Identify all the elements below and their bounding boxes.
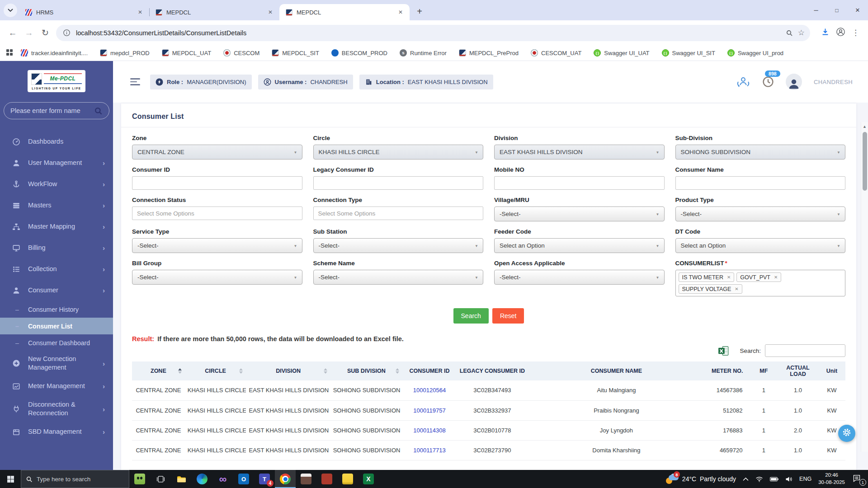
selected-tag[interactable]: IS TWO METER✕	[679, 272, 735, 282]
scrollbar-thumb[interactable]	[863, 132, 867, 191]
close-icon[interactable]: ✕	[735, 286, 738, 291]
bookmark-tracker-ideainfinityit-[interactable]: tracker.ideainfinityit....	[21, 49, 88, 56]
task-view-icon[interactable]	[150, 470, 171, 488]
sub-division-select[interactable]: SOHIONG SUBDIVISION▼	[675, 145, 846, 160]
close-icon[interactable]: ✕	[727, 275, 731, 280]
tab-close-icon[interactable]: ✕	[396, 8, 405, 17]
sort-icon[interactable]	[324, 368, 327, 374]
sidebar-item-billing[interactable]: Billing›	[0, 237, 113, 258]
reload-button[interactable]: ↻	[37, 25, 53, 41]
bookmark-cescom-uat[interactable]: CESCOM_UAT	[531, 49, 581, 56]
visual-studio-icon[interactable]: ∞	[212, 470, 233, 488]
selected-tag[interactable]: SUPPLY VOLTAGE✕	[679, 284, 742, 294]
maximize-button[interactable]: □	[826, 0, 847, 20]
action-center-icon[interactable]: 1	[852, 474, 863, 484]
legacy-consumer-id-input[interactable]	[313, 176, 484, 190]
column-header-circle[interactable]: CIRCLE	[185, 361, 246, 380]
file-explorer-icon[interactable]	[171, 470, 192, 488]
teams-icon[interactable]: T4	[254, 470, 275, 488]
reset-button[interactable]: Reset	[492, 308, 524, 324]
service-type-select[interactable]: -Select-▼	[132, 238, 302, 253]
close-button[interactable]: ✕	[847, 0, 868, 20]
bill-group-select[interactable]: -Select-▼	[132, 270, 302, 285]
forward-button[interactable]: →	[21, 25, 37, 41]
excel-icon[interactable]: X	[358, 470, 379, 488]
edge-icon[interactable]	[192, 470, 212, 488]
open-access-applicable-select[interactable]: -Select-▼	[494, 270, 665, 285]
apps-grid-icon[interactable]	[6, 49, 14, 56]
bookmark-bescom-prod[interactable]: BESCOM_PROD	[331, 49, 387, 56]
connection-type-input[interactable]: Select Some Options	[313, 206, 484, 220]
sidebar-item-consumer[interactable]: Consumer›	[0, 280, 113, 301]
tab-close-icon[interactable]: ✕	[266, 8, 275, 17]
column-header-sub-division[interactable]: SUB DIVISION	[330, 361, 402, 380]
outlook-icon[interactable]: O	[233, 470, 254, 488]
sidebar-item-sbd-management[interactable]: SBD Management›	[0, 421, 113, 442]
language-indicator[interactable]: ENG	[799, 476, 811, 482]
profile-icon[interactable]	[836, 27, 845, 38]
bookmark-star-icon[interactable]: ☆	[798, 28, 805, 38]
profile-name[interactable]: CHANDRESH	[814, 79, 853, 85]
consumer-name-input[interactable]	[675, 176, 846, 190]
circle-select[interactable]: KHASI HILLS CIRCLE▼	[313, 145, 484, 160]
division-select[interactable]: EAST KHASI HILLS DIVISION▼	[494, 145, 665, 160]
dt-code-select[interactable]: Select an Option▼	[675, 238, 846, 253]
new-tab-button[interactable]: +	[413, 5, 426, 18]
column-header-division[interactable]: DIVISION	[246, 361, 330, 380]
search-icon[interactable]	[94, 107, 103, 115]
menu-dots-icon[interactable]: ⋮	[852, 28, 860, 38]
consumer-id-input[interactable]	[132, 176, 302, 190]
consumer-id-link[interactable]: 1000120564	[413, 387, 446, 394]
table-search-input[interactable]	[765, 344, 845, 357]
minimize-button[interactable]: ─	[806, 0, 826, 20]
sidebar-item-workflow[interactable]: WorkFlow›	[0, 174, 113, 195]
battery-icon[interactable]	[770, 477, 778, 482]
greenshot-icon[interactable]	[129, 470, 150, 488]
switch-user-icon[interactable]	[736, 76, 750, 88]
sidebar-search-input[interactable]: Please enter form name	[4, 102, 109, 119]
sidebar-item-master-mapping[interactable]: Master Mapping›	[0, 216, 113, 237]
bookmark-swagger-ui-prod[interactable]: { }Swagger UI_prod	[727, 49, 783, 56]
weather-widget[interactable]: 8 24°C Partly cloudy	[665, 473, 736, 485]
bookmark-runtime-error[interactable]: SRuntime Error	[400, 49, 447, 56]
scroll-up-arrow[interactable]: ▲	[861, 122, 868, 129]
hamburger-menu-icon[interactable]	[130, 76, 140, 87]
bookmark-swagger-ui-sit[interactable]: { }Swagger UI_SIT	[662, 49, 715, 56]
tab-hrms-0[interactable]: HRMS✕	[19, 4, 149, 20]
app-icon-red[interactable]	[316, 470, 337, 488]
taskbar-search-input[interactable]: Type here to search	[21, 470, 129, 488]
bookmark-mepdcl-preprod[interactable]: MEPDCL_PreProd	[459, 49, 519, 56]
avatar[interactable]	[786, 74, 802, 90]
address-bar[interactable]: localhost:53432/ConsumerListDetails/Cons…	[56, 25, 810, 41]
bookmark-swagger-ui-uat[interactable]: { }Swagger UI_UAT	[594, 49, 649, 56]
zoom-icon[interactable]	[784, 28, 794, 38]
scheme-name-select[interactable]: -Select-▼	[313, 270, 484, 285]
taskbar-clock[interactable]: 20:46 30-08-2025	[818, 472, 845, 486]
consumer-id-link[interactable]: 1000117713	[413, 447, 445, 454]
village-mru-select[interactable]: -Select-▼	[494, 206, 665, 221]
settings-fab-button[interactable]	[838, 425, 855, 442]
page-scrollbar[interactable]: ▲	[861, 122, 868, 452]
speaker-icon[interactable]	[785, 476, 793, 482]
download-icon[interactable]	[821, 28, 830, 38]
sort-icon[interactable]	[178, 368, 182, 374]
tab-close-icon[interactable]: ✕	[136, 8, 145, 17]
zone-select[interactable]: CENTRAL ZONE▼	[132, 145, 302, 160]
tab-mepdcl-2[interactable]: MEPDCL✕	[279, 4, 410, 20]
dbeaver-icon[interactable]	[296, 470, 316, 488]
column-header-zone[interactable]: ZONE	[132, 361, 185, 380]
close-icon[interactable]: ✕	[774, 275, 778, 280]
notes-icon[interactable]	[337, 470, 358, 488]
pending-clock-icon[interactable]: 898	[762, 76, 774, 88]
selected-tag[interactable]: GOVT_PVT✕	[736, 272, 781, 282]
wifi-icon[interactable]	[755, 476, 763, 482]
consumer-id-link[interactable]: 1000114308	[413, 427, 445, 434]
product-type-select[interactable]: -Select-▼	[675, 206, 846, 221]
bookmark-mepdcl-uat[interactable]: MEPDCL_UAT	[162, 49, 211, 56]
sort-icon[interactable]	[396, 368, 399, 374]
bookmark-mepdcl-sit[interactable]: MEPDCL_SIT	[272, 49, 319, 56]
sidebar-item-masters[interactable]: Masters›	[0, 195, 113, 216]
mobile-no-input[interactable]	[494, 176, 665, 190]
sort-icon[interactable]	[239, 368, 243, 374]
excel-export-icon[interactable]	[718, 345, 729, 357]
